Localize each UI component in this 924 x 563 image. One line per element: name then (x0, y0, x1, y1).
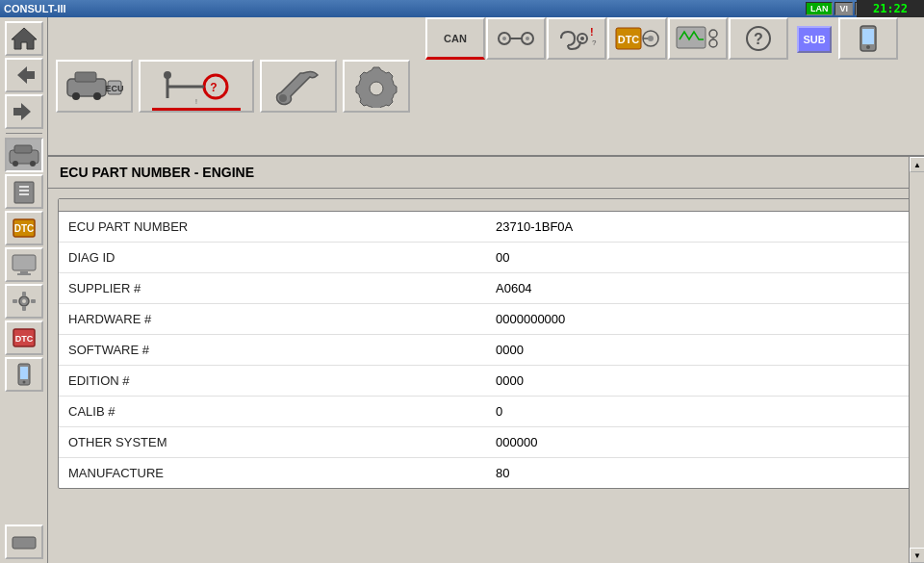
svg-point-64 (866, 45, 870, 49)
svg-rect-18 (22, 292, 26, 296)
row-label: EDITION # (59, 366, 486, 397)
svg-point-37 (164, 71, 171, 79)
data-table-container: ECU PART NUMBER23710-1BF0ADIAG ID00SUPPL… (58, 198, 914, 489)
dtc-toolbar-button[interactable]: DTC (607, 17, 667, 60)
connect-vehicle-button[interactable]: ECU (56, 60, 133, 113)
svg-rect-20 (13, 299, 17, 303)
scroll-up-button[interactable]: ▲ (910, 157, 924, 172)
tools-area (260, 60, 337, 113)
svg-point-17 (22, 299, 26, 303)
panel-icon (10, 529, 38, 554)
table-row: MANUFACTURE80 (59, 458, 913, 489)
svg-point-6 (30, 161, 36, 166)
bottom-panel-button[interactable] (5, 525, 43, 559)
chain-button[interactable] (486, 17, 546, 60)
row-label: OTHER SYSTEM (59, 427, 486, 458)
svg-rect-15 (17, 273, 31, 275)
home-button[interactable] (5, 21, 43, 56)
svg-rect-25 (20, 367, 28, 379)
col-label (59, 199, 486, 212)
row-label: HARDWARE # (59, 304, 486, 335)
diagnostic-center: ? ! (139, 60, 254, 113)
vi-indicator: VI (834, 2, 853, 15)
diagnostic-icon: ? ! (148, 65, 244, 108)
svg-point-26 (22, 381, 25, 384)
back-button[interactable] (5, 58, 43, 92)
row-value: 00 (486, 243, 913, 273)
monitor-icon (10, 252, 38, 277)
table-row: DIAG ID00 (59, 243, 913, 273)
monitor-button[interactable] (5, 247, 43, 282)
svg-point-46 (526, 37, 529, 40)
row-value: 000000 (486, 427, 913, 458)
check-button[interactable]: ! ? (547, 17, 606, 60)
svg-text:?: ? (592, 38, 597, 47)
car-icon (7, 141, 41, 169)
svg-text:!: ! (195, 98, 197, 105)
forward-icon (10, 99, 38, 124)
sub-area: SUB (791, 17, 837, 62)
svg-rect-19 (22, 306, 26, 311)
col-value (486, 199, 913, 212)
scrollbar[interactable]: ▲ ▼ (909, 157, 924, 563)
dtc-button[interactable]: DTC (5, 211, 43, 245)
row-label: ECU PART NUMBER (59, 212, 486, 243)
row-value: 0 (486, 397, 913, 427)
device-icon (10, 362, 38, 387)
toolbar-row1: ECU ? ! (48, 17, 418, 155)
can-button[interactable]: CAN (425, 17, 485, 60)
row-label: CALIB # (59, 397, 486, 427)
svg-marker-2 (13, 103, 31, 120)
wrench-button[interactable] (260, 60, 337, 113)
svg-point-58 (709, 39, 717, 47)
app-title: CONSULT-III (4, 3, 66, 14)
forward-button[interactable] (5, 94, 43, 129)
svg-rect-4 (14, 145, 32, 153)
row-value: 0000 (486, 335, 913, 366)
vehicle-connect-icon: ECU (65, 65, 123, 108)
ecu-button[interactable] (5, 138, 43, 172)
table-row: EDITION #0000 (59, 366, 913, 397)
settings-button[interactable] (5, 284, 43, 319)
phone-button[interactable] (838, 17, 898, 60)
svg-text:DTC: DTC (13, 223, 34, 234)
oscilloscope-button[interactable] (668, 17, 728, 60)
svg-text:DTC: DTC (14, 334, 33, 344)
svg-marker-0 (12, 28, 37, 49)
svg-rect-7 (14, 182, 34, 203)
device-button[interactable] (5, 357, 43, 392)
dtc-icon: DTC (10, 216, 38, 241)
left-nav: DTC DTC (0, 17, 48, 563)
alert-button[interactable]: DTC (5, 320, 43, 355)
can-label: CAN (444, 33, 467, 44)
top-toolbar: ECU ? ! (48, 17, 924, 157)
page-title: ECU PART NUMBER - ENGINE (60, 165, 254, 180)
manual-button[interactable] (5, 174, 43, 209)
phone-icon (853, 24, 884, 53)
config-icon (352, 65, 400, 108)
settings-icon (10, 289, 38, 314)
row-value: 80 (486, 458, 913, 489)
diagnostic-button[interactable]: ? ! (139, 60, 254, 113)
svg-text:ECU: ECU (105, 84, 123, 93)
alert-icon: DTC (10, 325, 38, 350)
svg-point-5 (13, 161, 18, 166)
svg-point-41 (370, 82, 383, 95)
dtc-toolbar-icon: DTC (614, 24, 660, 53)
svg-point-55 (648, 36, 654, 41)
svg-rect-63 (862, 29, 874, 44)
row-value: 23710-1BF0A (486, 212, 913, 243)
table-row: SOFTWARE #0000 (59, 335, 913, 366)
scroll-down-button[interactable]: ▼ (910, 548, 924, 563)
row-value: 0000000000 (486, 304, 913, 335)
table-row: ECU PART NUMBER23710-1BF0A (59, 212, 913, 243)
row-value: 0000 (486, 366, 913, 397)
svg-text:?: ? (210, 81, 217, 94)
sub-button[interactable]: SUB (797, 26, 832, 53)
nav-separator (6, 133, 42, 134)
help-button[interactable]: ? (729, 17, 788, 60)
check-icon: ! ? (553, 24, 600, 53)
config-button[interactable] (343, 60, 410, 113)
lan-indicator: LAN (806, 2, 834, 15)
row-value: A0604 (486, 273, 913, 304)
